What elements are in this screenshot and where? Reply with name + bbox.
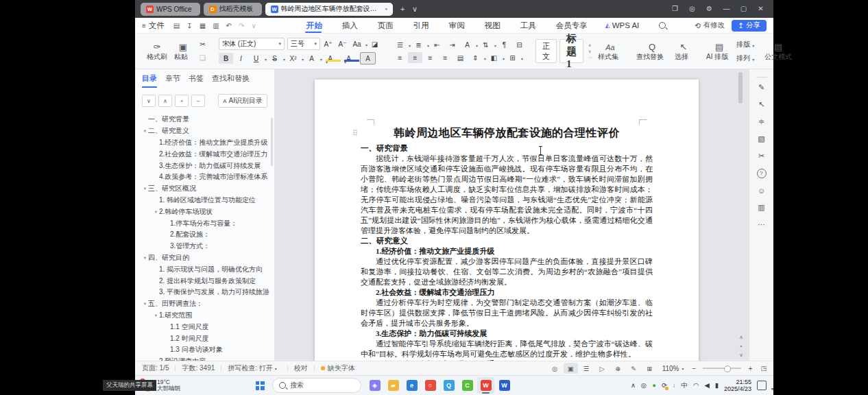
- expand-arrow-icon[interactable]: ▾: [153, 209, 159, 215]
- tab-current-document[interactable]: W 韩岭周边地区车辆停放配套设施... ●: [265, 3, 394, 16]
- format-painter-button[interactable]: ✑ 格式刷: [143, 42, 171, 61]
- sidebar-tab-contents[interactable]: 目录: [142, 69, 157, 88]
- tab-docer-templates[interactable]: D 找稻壳模板: [204, 3, 262, 16]
- zoom-level[interactable]: 110%: [662, 365, 679, 372]
- spinner-down-icon[interactable]: ∨: [588, 49, 592, 53]
- borders-button[interactable]: ⊞: [505, 52, 523, 63]
- text-effects-button[interactable]: Aa: [350, 38, 367, 49]
- line-spacing-button[interactable]: ⇕: [468, 52, 486, 63]
- official-doc-mode-button[interactable]: ▤ 公文模式: [761, 42, 795, 61]
- expand-arrow-icon[interactable]: ▾: [142, 128, 148, 134]
- toc-item[interactable]: ▾ 四、研究目的: [135, 252, 274, 264]
- toc-item[interactable]: 3.生态保护：助力低碳可持续发展: [135, 160, 274, 171]
- toc-item[interactable]: 1.1 空间尺度: [135, 321, 274, 333]
- italic-button[interactable]: I: [234, 53, 248, 64]
- toc-item[interactable]: 1.经济价值：推动文旅产业提质升级: [135, 137, 274, 149]
- bold-button[interactable]: B: [219, 53, 233, 64]
- file-menu-button[interactable]: ≡ 文件: [142, 21, 165, 31]
- taskbar-clock[interactable]: 21:55 2025/4/23: [724, 379, 751, 392]
- style-body-button[interactable]: 正文: [535, 39, 557, 63]
- font-size-select[interactable]: 三号▾: [287, 38, 320, 50]
- tab-list-button[interactable]: ∨: [409, 5, 421, 14]
- show-marks-button[interactable]: ¶: [497, 39, 511, 50]
- zoom-slider[interactable]: [703, 368, 741, 369]
- expand-arrow-icon[interactable]: ▾: [142, 255, 148, 261]
- spinner-up-icon[interactable]: ∧: [588, 43, 592, 47]
- download-tray-icon[interactable]: ↓: [673, 381, 676, 390]
- paste-button[interactable]: ▣ 粘贴: [171, 42, 195, 61]
- align-center-button[interactable]: ≡: [408, 52, 422, 63]
- expand-all-button[interactable]: ∧: [158, 95, 172, 107]
- decrease-indent-button[interactable]: ⇤: [430, 39, 444, 50]
- ribbon-tab[interactable]: 视图: [483, 18, 501, 33]
- sync-tray-icon[interactable]: ⟳: [662, 381, 667, 390]
- zoom-in-toc-button[interactable]: +: [175, 95, 189, 107]
- style-set-button[interactable]: Aa 样式集: [594, 42, 626, 61]
- ribbon-tab[interactable]: 工具: [518, 18, 536, 33]
- arrange-button[interactable]: 排列: [736, 53, 754, 64]
- toc-item[interactable]: 1. 韩岭区域地理位置与功能定位: [135, 195, 274, 206]
- ai-recognize-toc-button[interactable]: A AI识别目录: [218, 94, 267, 108]
- style-gallery-spinner[interactable]: ∧ ∨ ⋯: [586, 43, 594, 60]
- toc-item[interactable]: 2.配套设施：: [135, 229, 274, 241]
- chevron-down-icon[interactable]: ▾: [682, 366, 684, 371]
- toc-item[interactable]: ▾ 五、田野调查法：: [135, 298, 274, 310]
- sort-button[interactable]: ⇅: [479, 39, 496, 50]
- phonetic-guide-button[interactable]: A: [304, 53, 322, 64]
- underline-button[interactable]: U: [249, 53, 267, 64]
- ribbon-tab[interactable]: 开始: [304, 18, 322, 33]
- battery-icon[interactable]: ▮: [715, 381, 719, 390]
- restore-button[interactable]: ▢: [735, 0, 752, 18]
- distribute-button[interactable]: ▤: [453, 52, 468, 63]
- print-preview-icon[interactable]: ▥: [213, 22, 219, 29]
- close-button[interactable]: ✕: [752, 0, 769, 18]
- collapse-all-button[interactable]: ∨: [142, 95, 156, 107]
- expand-arrow-icon[interactable]: ▾: [142, 186, 148, 191]
- clear-format-button[interactable]: ◪: [367, 38, 382, 49]
- missing-font-warning[interactable]: 缺失字体: [328, 363, 355, 373]
- spellcheck-status[interactable]: 拼写检查: 打开: [228, 363, 273, 373]
- assistant-icon[interactable]: ◎: [684, 0, 701, 18]
- export-pdf-icon[interactable]: ↧: [186, 22, 192, 29]
- find-replace-button[interactable]: Q 查找替换: [633, 42, 671, 61]
- ribbon-tab[interactable]: 引用: [411, 18, 429, 33]
- toc-item[interactable]: 1.3 问卷访谈对象: [135, 344, 274, 356]
- toc-item[interactable]: ▾ 1.研究范围: [135, 310, 274, 322]
- split-window-icon[interactable]: ❐: [666, 0, 684, 18]
- document-scrollbar-thumb[interactable]: [738, 72, 743, 104]
- sidebar-tab-find-replace[interactable]: 查找和替换: [212, 69, 250, 88]
- skin-settings-icon[interactable]: ⚙: [701, 0, 718, 18]
- print-icon[interactable]: ▦: [200, 22, 206, 29]
- ribbon-tab[interactable]: ◭ WPS AI: [605, 18, 640, 33]
- expand-arrow-icon[interactable]: ▾: [153, 313, 159, 318]
- modified-status[interactable]: ⟲ 有修改: [695, 21, 725, 30]
- fullscreen-icon[interactable]: ◳: [760, 365, 767, 372]
- zoom-in-button[interactable]: +: [745, 365, 755, 372]
- shrink-font-button[interactable]: A⁻: [335, 38, 350, 49]
- sidebar-tab-bookmarks[interactable]: 书签: [189, 69, 204, 88]
- word-count[interactable]: 字数: 3491: [182, 363, 215, 373]
- superscript-button[interactable]: X²: [286, 53, 304, 64]
- cut-button[interactable]: ✂: [195, 39, 210, 50]
- toc-item[interactable]: 1.2 时间尺度: [135, 333, 274, 344]
- browse-select-button[interactable]: •: [736, 342, 746, 350]
- toc-item[interactable]: 一、研究背景: [135, 114, 274, 125]
- browser-tray-icon[interactable]: ◎: [641, 381, 647, 390]
- zoom-out-toc-button[interactable]: −: [191, 95, 205, 107]
- numbering-button[interactable]: ≣: [411, 39, 429, 50]
- justify-button[interactable]: ≡: [438, 52, 453, 63]
- toc-item[interactable]: 2.社会效益：缓解城市交通治理压力: [135, 148, 274, 160]
- paragraph-drag-handle-icon[interactable]: ⠿: [352, 130, 358, 137]
- shading-button[interactable]: ◧: [487, 52, 505, 63]
- undo-icon[interactable]: ↶: [226, 22, 232, 29]
- strikethrough-button[interactable]: S: [267, 53, 285, 64]
- page-indicator[interactable]: 页面: 1/5: [142, 363, 169, 373]
- toc-item[interactable]: 4.政策参考：完善城市治理标准体系: [135, 171, 274, 183]
- ribbon-tab[interactable]: 页面: [376, 18, 394, 33]
- document-page[interactable]: ⠿ 韩岭周边地区车辆停放配套设施的合理性评价 一、研究背景 据统计，东钱湖年接待…: [315, 80, 699, 361]
- taskbar-search-input[interactable]: 搜索: [272, 378, 361, 393]
- style-heading1-button[interactable]: 标题 1: [559, 39, 583, 63]
- save-icon[interactable]: ▤: [173, 22, 180, 29]
- redo-icon[interactable]: ↷: [239, 22, 244, 29]
- toc-item[interactable]: 1. 揭示现状与问题，明确优化方向: [135, 263, 274, 275]
